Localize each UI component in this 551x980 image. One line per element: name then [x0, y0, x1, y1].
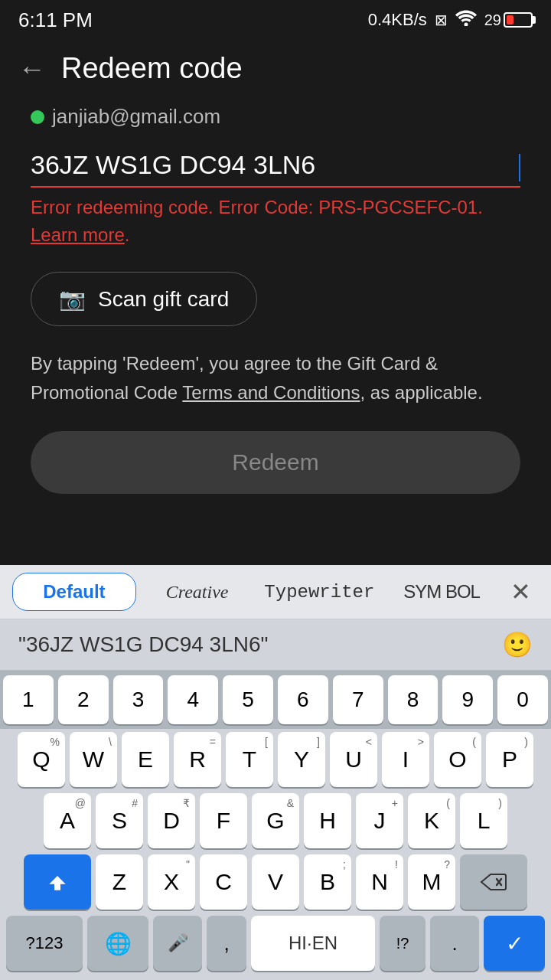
sym-key[interactable]: ?123 — [6, 916, 83, 971]
key-z[interactable]: Z — [96, 854, 143, 910]
key-row-3: Z "X C V ;B !N ?M — [3, 854, 548, 910]
key-m[interactable]: ?M — [408, 854, 455, 910]
key-c[interactable]: C — [200, 854, 247, 910]
svg-point-0 — [464, 23, 468, 27]
key-3[interactable]: 3 — [113, 675, 164, 724]
error-text: Error redeeming code. Error Code: PRS-PG… — [31, 197, 483, 217]
key-f[interactable]: F — [200, 793, 247, 848]
mic-key[interactable]: 🎤 — [153, 916, 202, 971]
shift-key[interactable] — [24, 854, 91, 910]
font-selector: Default Creative Typewriter SYM BOL ✕ — [0, 565, 551, 619]
key-a[interactable]: @A — [44, 793, 91, 848]
scan-button-label: Scan gift card — [98, 287, 229, 312]
code-input[interactable] — [31, 144, 520, 188]
key-q[interactable]: %Q — [18, 732, 65, 787]
key-row-1: %Q \W E =R [T ]Y <U >I (O )P — [3, 732, 548, 787]
key-4[interactable]: 4 — [168, 675, 218, 724]
autocomplete-bar: "36JZ WS1G DC94 3LN6" 🙂 — [0, 619, 551, 671]
key-y[interactable]: ]Y — [278, 732, 325, 787]
key-l[interactable]: )L — [460, 793, 507, 848]
key-w[interactable]: \W — [70, 732, 117, 787]
period-key[interactable]: . — [430, 916, 479, 971]
text-cursor — [519, 154, 520, 181]
key-p[interactable]: )P — [486, 732, 533, 787]
key-2[interactable]: 2 — [58, 675, 109, 724]
back-button[interactable]: ← — [18, 55, 46, 83]
page-title: Redeem code — [61, 52, 243, 85]
scan-gift-card-button[interactable]: 📷 Scan gift card — [31, 272, 257, 326]
code-input-container — [31, 144, 520, 188]
status-bar: 6:11 PM 0.4KB/s ⊠ 29 — [0, 0, 551, 40]
email-status-dot — [31, 110, 44, 124]
font-tab-default[interactable]: Default — [12, 573, 136, 611]
font-tab-typewriter-label: Typewriter — [264, 582, 374, 603]
key-r[interactable]: =R — [174, 732, 221, 787]
redeem-button[interactable]: Redeem — [31, 431, 520, 494]
key-t[interactable]: [T — [226, 732, 273, 787]
font-tab-default-label: Default — [43, 581, 105, 602]
status-icons: 0.4KB/s ⊠ 29 — [368, 9, 533, 31]
key-9[interactable]: 9 — [442, 675, 493, 724]
key-k[interactable]: (K — [408, 793, 455, 848]
key-b[interactable]: ;B — [304, 854, 351, 910]
terms-text: By tapping 'Redeem', you agree to the Gi… — [31, 349, 520, 408]
font-tab-typewriter[interactable]: Typewriter — [259, 574, 381, 610]
key-7[interactable]: 7 — [333, 675, 383, 724]
email-row: janjiab@gmail.com — [31, 97, 520, 144]
font-tab-creative-label: Creative — [166, 582, 229, 602]
terms-suffix: , as applicable. — [360, 382, 482, 403]
header: ← Redeem code — [0, 40, 551, 97]
number-row: 1 2 3 4 5 6 7 8 9 0 — [0, 671, 551, 729]
bottom-row: ?123 🌐 🎤 , HI·EN !? . ✓ — [3, 916, 548, 977]
email-address: janjiab@gmail.com — [52, 105, 220, 129]
key-s[interactable]: #S — [96, 793, 143, 848]
globe-key[interactable]: 🌐 — [87, 916, 148, 971]
period: . — [125, 224, 130, 245]
key-row-2: @A #S ₹D F &G H +J (K )L — [3, 793, 548, 848]
key-u[interactable]: <U — [330, 732, 377, 787]
alpha-rows: %Q \W E =R [T ]Y <U >I (O )P @A #S ₹D F … — [0, 729, 551, 980]
key-x[interactable]: "X — [148, 854, 195, 910]
space-key[interactable]: HI·EN — [251, 916, 375, 971]
key-6[interactable]: 6 — [278, 675, 328, 724]
content-area: janjiab@gmail.com Error redeeming code. … — [0, 97, 551, 494]
autocomplete-suggestion[interactable]: "36JZ WS1G DC94 3LN6" — [18, 632, 268, 657]
camera-icon: 📷 — [59, 286, 86, 312]
exclaim-period-key[interactable]: !? — [380, 916, 425, 971]
key-i[interactable]: >I — [382, 732, 429, 787]
keyboard-area: Default Creative Typewriter SYM BOL ✕ "3… — [0, 565, 551, 980]
font-tab-symbol-label: SYM BOL — [403, 581, 480, 602]
status-time: 6:11 PM — [18, 8, 93, 32]
key-v[interactable]: V — [252, 854, 299, 910]
error-message: Error redeeming code. Error Code: PRS-PG… — [31, 194, 520, 249]
learn-more-link[interactable]: Learn more — [31, 224, 125, 245]
key-e[interactable]: E — [122, 732, 169, 787]
font-tab-symbol[interactable]: SYM BOL — [380, 573, 503, 610]
network-speed: 0.4KB/s — [368, 10, 427, 30]
emoji-button[interactable]: 🙂 — [502, 630, 533, 659]
keyboard-close-button[interactable]: ✕ — [503, 577, 539, 606]
backspace-key[interactable] — [460, 854, 527, 910]
key-d[interactable]: ₹D — [148, 793, 195, 848]
key-g[interactable]: &G — [252, 793, 299, 848]
battery-icon: 29 — [484, 11, 533, 29]
battery-level: 29 — [484, 11, 501, 29]
key-5[interactable]: 5 — [223, 675, 273, 724]
wifi-icon — [455, 9, 477, 31]
key-j[interactable]: +J — [356, 793, 403, 848]
comma-key[interactable]: , — [207, 916, 246, 971]
done-key[interactable]: ✓ — [484, 916, 545, 971]
key-1[interactable]: 1 — [3, 675, 54, 724]
key-0[interactable]: 0 — [497, 675, 548, 724]
redeem-button-label: Redeem — [232, 449, 318, 475]
key-o[interactable]: (O — [434, 732, 481, 787]
key-8[interactable]: 8 — [388, 675, 439, 724]
font-tab-creative[interactable]: Creative — [136, 574, 259, 610]
key-h[interactable]: H — [304, 793, 351, 848]
signal-icon: ⊠ — [435, 11, 448, 29]
terms-link[interactable]: Terms and Conditions — [182, 382, 360, 403]
key-n[interactable]: !N — [356, 854, 403, 910]
